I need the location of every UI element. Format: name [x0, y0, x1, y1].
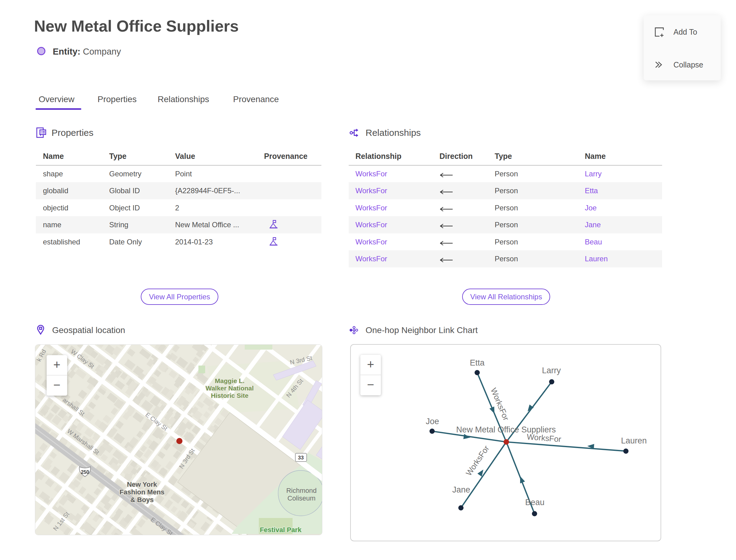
svg-text:Etta: Etta — [470, 358, 485, 367]
svg-text:33: 33 — [298, 455, 304, 461]
svg-text:Fashion Mens: Fashion Mens — [120, 488, 165, 496]
svg-text:WorksFor: WorksFor — [489, 386, 511, 422]
svg-text:Joe: Joe — [426, 417, 439, 426]
svg-text:WorksFor: WorksFor — [464, 444, 491, 478]
svg-text:Walker National: Walker National — [206, 385, 254, 392]
svg-text:Festival Park: Festival Park — [260, 526, 302, 534]
svg-text:WorksFor: WorksFor — [527, 432, 562, 444]
svg-text:Coliseum: Coliseum — [287, 494, 316, 502]
svg-text:Richmond: Richmond — [286, 487, 316, 494]
svg-text:New York: New York — [127, 481, 157, 488]
svg-text:Lauren: Lauren — [621, 436, 647, 445]
svg-text:Larry: Larry — [542, 366, 561, 375]
svg-text:Jane: Jane — [452, 485, 470, 494]
svg-text:Beau: Beau — [525, 498, 544, 507]
svg-text:& Boys: & Boys — [130, 496, 154, 504]
svg-text:Historic Site: Historic Site — [211, 392, 249, 399]
svg-text:250: 250 — [81, 470, 89, 475]
svg-text:Maggie L.: Maggie L. — [215, 377, 245, 384]
